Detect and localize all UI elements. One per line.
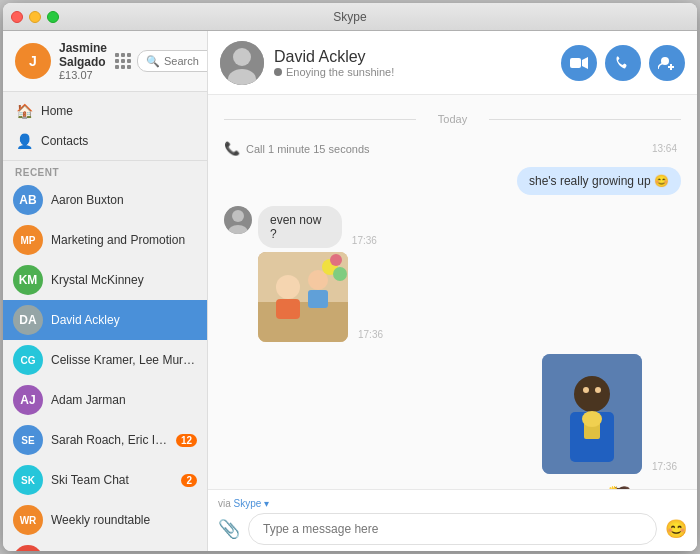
msg-avatar-david <box>224 206 252 234</box>
via-skype-link[interactable]: Skype ▾ <box>234 498 270 509</box>
sidebar-item-home[interactable]: 🏠 Home <box>3 96 207 126</box>
svg-marker-4 <box>582 57 588 69</box>
attach-button[interactable]: 📎 <box>218 518 240 540</box>
svg-point-24 <box>582 411 602 427</box>
chat-area: David Ackley Enoying the sunshine! <box>208 31 697 551</box>
header-icons: 🔍 <box>115 50 208 72</box>
contact-item-celisse[interactable]: CG Celisse Kramer, Lee Murphy, MJ... <box>3 340 207 380</box>
titlebar: Skype <box>3 3 697 31</box>
svg-rect-12 <box>258 302 348 342</box>
avatar-weekly: WR <box>13 505 43 535</box>
photo-svg-2 <box>542 354 642 474</box>
svg-rect-16 <box>308 290 328 308</box>
main-content: J Jasmine Salgado £13.07 🔍 <box>3 31 697 551</box>
contact-item-adam[interactable]: AJ Adam Jarman <box>3 380 207 420</box>
contact-name-celisse: Celisse Kramer, Lee Murphy, MJ... <box>51 353 197 367</box>
contact-item-david[interactable]: DA David Ackley <box>3 300 207 340</box>
contact-item-sarah[interactable]: SE Sarah Roach, Eric Ishida 12 <box>3 420 207 460</box>
chat-messages[interactable]: Today 📞 Call 1 minute 15 seconds 13:64 s… <box>208 95 697 489</box>
chat-actions <box>561 45 685 81</box>
badge-sarah: 12 <box>176 434 197 447</box>
contact-item-weekly[interactable]: WR Weekly roundtable <box>3 500 207 540</box>
video-call-button[interactable] <box>561 45 597 81</box>
chat-footer: via Skype ▾ 📎 😊 <box>208 489 697 551</box>
incoming-photo <box>258 252 348 342</box>
avatar-aaron: AB <box>13 185 43 215</box>
outgoing-photo-time: 17:36 <box>648 461 681 472</box>
status-dot-offline <box>274 68 282 76</box>
via-skype: via Skype ▾ <box>218 496 687 513</box>
voice-call-button[interactable] <box>605 45 641 81</box>
message-bubble-incoming-1: even now ? <box>258 206 342 248</box>
svg-point-19 <box>330 254 342 266</box>
chat-contact-name: David Ackley <box>274 48 551 66</box>
contact-item-marketing[interactable]: MP Marketing and Promotion <box>3 220 207 260</box>
svg-rect-14 <box>276 299 300 319</box>
home-label: Home <box>41 104 73 118</box>
message-bubble-outgoing-1: she's really growing up 😊 <box>517 167 681 195</box>
search-input[interactable] <box>164 55 208 67</box>
video-icon <box>570 56 588 70</box>
home-icon: 🏠 <box>15 102 33 120</box>
user-avatar-placeholder: J <box>15 43 51 79</box>
svg-point-13 <box>276 275 300 299</box>
message-row-outgoing-1: she's really growing up 😊 <box>224 167 681 195</box>
add-contact-button[interactable] <box>649 45 685 81</box>
chat-contact-status: Enoying the sunshine! <box>274 66 551 78</box>
date-divider: Today <box>224 113 681 125</box>
contact-item-ski[interactable]: SK Ski Team Chat 2 <box>3 460 207 500</box>
chat-contact-info: David Ackley Enoying the sunshine! <box>274 48 551 78</box>
outgoing-photo-row: 17:36 <box>542 354 681 474</box>
app-window: Skype J Jasmine Salgado £13.07 <box>3 3 697 551</box>
chat-contact-avatar <box>220 41 264 85</box>
incoming-text-row: even now ? 17:36 <box>258 206 387 248</box>
sidebar-item-contacts[interactable]: 👤 Contacts <box>3 126 207 156</box>
contact-name-david: David Ackley <box>51 313 197 327</box>
contact-item-babak[interactable]: BS Babak-Shammas <box>3 540 207 551</box>
photo-svg-1 <box>258 252 348 342</box>
chat-header: David Ackley Enoying the sunshine! <box>208 31 697 95</box>
contacts-label: Contacts <box>41 134 88 148</box>
outgoing-photo <box>542 354 642 474</box>
svg-point-26 <box>595 387 601 393</box>
call-text: Call 1 minute 15 seconds <box>246 143 370 155</box>
message-input[interactable] <box>248 513 657 545</box>
avatar-celisse: CG <box>13 345 43 375</box>
contact-name-adam: Adam Jarman <box>51 393 197 407</box>
input-row: 📎 😊 <box>218 513 687 545</box>
sidebar: J Jasmine Salgado £13.07 🔍 <box>3 31 208 551</box>
search-box[interactable]: 🔍 <box>137 50 208 72</box>
avatar-adam: AJ <box>13 385 43 415</box>
contact-photo-svg <box>220 41 264 85</box>
incoming-group: even now ? 17:36 <box>224 206 681 342</box>
avatar-krystal: KM <box>13 265 43 295</box>
close-button[interactable] <box>11 11 23 23</box>
contact-name-sarah: Sarah Roach, Eric Ishida <box>51 433 168 447</box>
incoming-photo-time: 17:36 <box>354 329 387 340</box>
maximize-button[interactable] <box>47 11 59 23</box>
incoming-photo-row: 17:36 <box>258 252 387 342</box>
avatar-david: DA <box>13 305 43 335</box>
call-icon: 📞 <box>224 141 240 156</box>
incoming-time-1: 17:36 <box>348 235 381 246</box>
avatar-marketing: MP <box>13 225 43 255</box>
sidebar-header: J Jasmine Salgado £13.07 🔍 <box>3 31 207 92</box>
outgoing-photo-group: 17:36 <box>224 354 681 474</box>
contact-item-krystal[interactable]: KM Krystal McKinney <box>3 260 207 300</box>
traffic-lights <box>11 11 59 23</box>
svg-point-1 <box>233 48 251 66</box>
contact-name-weekly: Weekly roundtable <box>51 513 197 527</box>
svg-point-9 <box>232 210 244 222</box>
user-credit: £13.07 <box>59 69 107 81</box>
contacts-icon: 👤 <box>15 132 33 150</box>
svg-point-21 <box>574 376 610 412</box>
minimize-button[interactable] <box>29 11 41 23</box>
emoji-button[interactable]: 😊 <box>665 518 687 540</box>
call-time: 13:64 <box>648 143 681 154</box>
avatar-sarah: SE <box>13 425 43 455</box>
user-avatar: J <box>15 43 51 79</box>
search-icon: 🔍 <box>146 55 160 68</box>
grid-icon[interactable] <box>115 53 131 69</box>
svg-point-25 <box>583 387 589 393</box>
contact-item-aaron[interactable]: AB Aaron Buxton <box>3 180 207 220</box>
